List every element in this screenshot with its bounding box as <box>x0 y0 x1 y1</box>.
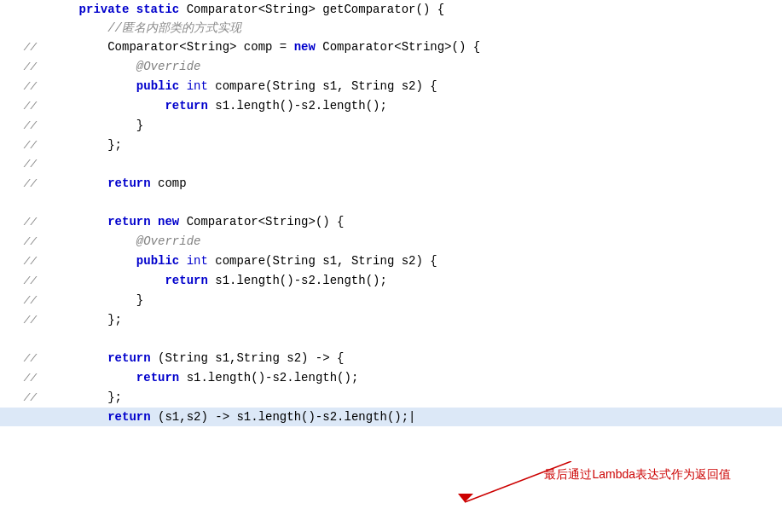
code-line: //匿名内部类的方式实现 <box>0 19 782 38</box>
line-content: private static Comparator<String> getCom… <box>47 0 782 19</box>
code-line: // return s1.length()-s2.length(); <box>0 368 782 388</box>
code-line: // return (String s1,String s2) -> { <box>0 349 782 368</box>
code-line <box>0 330 782 349</box>
line-content: @Override <box>47 232 782 251</box>
line-content: return s1.length()-s2.length(); <box>47 271 782 290</box>
line-gutter: // <box>0 389 47 408</box>
line-content: return comp <box>47 174 782 193</box>
line-gutter: // <box>0 155 47 174</box>
line-content: //匿名内部类的方式实现 <box>47 19 782 38</box>
line-gutter: // <box>0 252 47 271</box>
code-line: // return comp <box>0 174 782 194</box>
line-content: public int compare(String s1, String s2)… <box>47 77 782 95</box>
code-line: // } <box>0 116 782 136</box>
line-gutter: // <box>0 58 47 77</box>
code-line: // return s1.length()-s2.length(); <box>0 271 782 291</box>
line-content: } <box>47 116 782 135</box>
code-line: // public int compare(String s1, String … <box>0 252 782 271</box>
code-editor: private static Comparator<String> getCom… <box>0 0 782 532</box>
line-content: return (String s1,String s2) -> { <box>47 349 782 367</box>
line-content: return s1.length()-s2.length(); <box>47 368 782 387</box>
code-lines: private static Comparator<String> getCom… <box>0 0 782 426</box>
line-content: }; <box>47 388 782 407</box>
line-gutter: // <box>0 97 47 116</box>
line-gutter: // <box>0 175 47 194</box>
svg-marker-1 <box>458 494 473 502</box>
code-line: // }; <box>0 136 782 155</box>
line-gutter: // <box>0 213 47 232</box>
code-line: // return new Comparator<String>() { <box>0 212 782 232</box>
code-line: // return s1.length()-s2.length(); <box>0 96 782 116</box>
line-content: Comparator<String> comp = new Comparator… <box>47 38 782 56</box>
line-content: }; <box>47 310 782 329</box>
line-content: return s1.length()-s2.length(); <box>47 96 782 115</box>
line-gutter: // <box>0 350 47 368</box>
code-line: // @Override <box>0 57 782 77</box>
line-gutter: // <box>0 38 47 57</box>
line-gutter: // <box>0 78 47 96</box>
code-line: private static Comparator<String> getCom… <box>0 0 782 19</box>
svg-line-0 <box>465 461 571 502</box>
line-content: return new Comparator<String>() { <box>47 212 782 231</box>
line-content: } <box>47 291 782 309</box>
code-line: // }; <box>0 310 782 330</box>
code-line: // public int compare(String s1, String … <box>0 77 782 96</box>
annotation-text: 最后通过Lambda表达式作为返回值 <box>544 467 731 483</box>
code-line: // Comparator<String> comp = new Compara… <box>0 38 782 57</box>
line-content: @Override <box>47 57 782 76</box>
line-gutter: // <box>0 233 47 252</box>
line-gutter: // <box>0 292 47 310</box>
line-content: public int compare(String s1, String s2)… <box>47 252 782 270</box>
code-line: // }; <box>0 388 782 408</box>
code-line: // } <box>0 291 782 310</box>
code-line <box>0 194 782 212</box>
line-gutter: // <box>0 136 47 155</box>
code-line: return (s1,s2) -> s1.length()-s2.length(… <box>0 408 782 426</box>
line-gutter: // <box>0 272 47 291</box>
annotation-arrow <box>439 461 576 508</box>
line-content: }; <box>47 136 782 154</box>
line-content: return (s1,s2) -> s1.length()-s2.length(… <box>47 408 782 426</box>
line-gutter: // <box>0 311 47 330</box>
line-gutter: // <box>0 117 47 136</box>
code-line: // <box>0 155 782 174</box>
line-gutter: // <box>0 369 47 388</box>
code-line: // @Override <box>0 232 782 252</box>
